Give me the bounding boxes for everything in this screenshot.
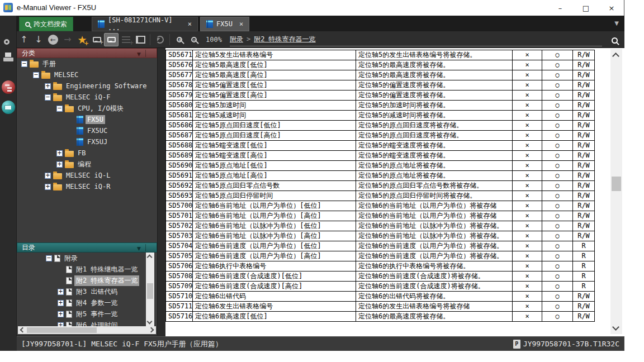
add-note-button[interactable] (89, 33, 104, 46)
category-tree-item[interactable]: + FB (17, 147, 157, 159)
breadcrumb-link-appendix[interactable]: 附录 (230, 35, 243, 44)
tree-view-button[interactable] (2, 80, 15, 94)
category-tree-item[interactable]: FX5UC (17, 125, 157, 136)
category-tree-item[interactable]: FX5UJ (17, 136, 157, 147)
tree-item-label[interactable]: MELSEC iQ-R (64, 182, 112, 191)
toc-horizontal-scrollbar[interactable] (18, 326, 156, 334)
scroll-down-arrow-icon[interactable] (147, 319, 153, 325)
category-tree-item[interactable]: FX5U (17, 114, 157, 125)
category-tree-item[interactable]: − MELSEC iQ-F (17, 92, 157, 103)
toc-tree-item[interactable]: − 附录 (29, 253, 157, 264)
tab-fx5u-active[interactable]: FX5U × (200, 17, 249, 31)
category-tree-item[interactable]: + Engineering Software (17, 80, 157, 92)
tree-expander-icon[interactable]: + (56, 161, 63, 168)
scroll-down-arrow-icon[interactable] (612, 323, 619, 331)
category-panel-header[interactable]: 分类 ▼ (17, 48, 157, 58)
tree-expander-icon[interactable]: − (45, 94, 51, 101)
toc-tree-item[interactable]: 附1 特殊继电器一览 (29, 264, 157, 275)
tree-expander-icon[interactable]: + (45, 184, 51, 190)
add-bookmark-button[interactable]: ★ (75, 33, 89, 46)
zoom-in-button[interactable]: + (172, 33, 187, 46)
refresh-button[interactable] (153, 33, 167, 46)
toc-tree-item[interactable]: + 附5 事件一览 (29, 308, 157, 320)
tree-item-label[interactable]: FX5UJ (86, 137, 109, 146)
scroll-up-arrow-icon[interactable] (147, 255, 153, 260)
tree-item-label[interactable]: 附6 处理时间 (74, 320, 119, 327)
category-tree-item[interactable]: − MELSEC (17, 69, 157, 80)
scrollbar-thumb[interactable] (147, 283, 153, 299)
tree-expander-icon[interactable]: + (58, 289, 64, 295)
tree-expander-icon[interactable]: + (58, 322, 64, 327)
category-tree-item[interactable]: + MELSEC iQ-R (17, 181, 157, 192)
tree-item-label[interactable]: MELSEC (53, 70, 80, 79)
tree-expander-icon[interactable]: − (46, 255, 52, 261)
print-button[interactable] (3, 53, 13, 61)
category-tree-item[interactable]: + 编程 (17, 159, 157, 170)
tree-item-label[interactable]: FX5U (86, 115, 105, 124)
tree-item-label[interactable]: 附4 参数一览 (74, 298, 119, 308)
chevron-down-icon[interactable]: ▼ (137, 51, 141, 57)
scrollbar-thumb[interactable] (612, 177, 621, 191)
tree-item-label[interactable]: 手册 (41, 59, 58, 69)
tab-document[interactable]: [SH-081271CHN-V] ... × (92, 17, 198, 31)
page-search-button[interactable] (608, 34, 621, 47)
tree-expander-icon[interactable]: + (58, 311, 64, 317)
scroll-down-button[interactable]: ↓ (31, 33, 46, 46)
breadcrumb-link-current[interactable]: 附2 特殊寄存器一览 (254, 35, 315, 44)
tree-item-label[interactable]: 附1 特殊继电器一览 (74, 264, 139, 275)
minimize-button[interactable]: – (556, 4, 565, 12)
add-list-button[interactable] (119, 33, 133, 46)
tree-expander-icon[interactable]: + (45, 173, 51, 179)
tree-item-label[interactable]: Engineering Software (64, 82, 149, 90)
tree-expander-icon[interactable]: + (56, 150, 63, 156)
show-notes-button[interactable] (104, 33, 119, 46)
tree-item-label[interactable]: 附5 事件一览 (74, 309, 119, 320)
tree-item-label[interactable]: 附3 出错代码 (74, 287, 119, 297)
tree-item-label[interactable]: 附录 (63, 253, 79, 264)
tree-expander-icon[interactable]: + (58, 300, 64, 306)
tree-item-label[interactable]: MELSEC iQ-L (64, 171, 112, 180)
tree-expander-icon[interactable]: − (56, 106, 63, 112)
settings-button[interactable] (0, 32, 17, 49)
scrollbar-thumb[interactable] (27, 327, 97, 333)
toc-tree-item[interactable]: + 附4 参数一览 (29, 297, 157, 308)
tree-expander-icon[interactable]: − (21, 61, 27, 67)
tree-item-label[interactable]: CPU, I/O模块 (76, 103, 125, 114)
tree-item-label[interactable]: 附2 特殊寄存器一览 (74, 275, 139, 286)
category-tree-item[interactable]: + MELSEC iQ-L (17, 170, 157, 181)
zoom-out-button[interactable]: − (187, 33, 201, 46)
scroll-left-arrow-icon[interactable] (20, 327, 26, 333)
chevron-down-icon[interactable]: ▼ (137, 246, 141, 251)
tab-close-icon[interactable]: × (188, 20, 192, 28)
layout-button[interactable] (133, 33, 148, 46)
toc-tree-item[interactable]: + 附3 出错代码 (29, 286, 157, 297)
category-tree-item[interactable]: − CPU, I/O模块 (17, 103, 157, 114)
forward-button[interactable]: → (60, 33, 75, 46)
tree-expander-icon[interactable]: − (33, 72, 39, 78)
register-id-cell: SD5716 (166, 312, 193, 322)
back-button[interactable]: ← (46, 33, 60, 46)
scroll-right-arrow-icon[interactable] (149, 327, 154, 333)
toc-tree-item[interactable]: + 附6 处理时间 (29, 320, 157, 326)
scroll-up-button[interactable]: ↑ (17, 33, 31, 46)
tab-cross-doc-search[interactable]: 跨文档搜索 (19, 17, 73, 31)
tab-close-icon[interactable]: × (239, 20, 243, 28)
toc-vertical-scrollbar[interactable] (146, 253, 154, 326)
rw-cell: R/W (573, 221, 595, 231)
tree-item-label[interactable]: FB (76, 149, 87, 158)
close-button[interactable]: × (607, 4, 616, 12)
maximize-button[interactable]: □ (581, 4, 590, 12)
category-tree-item[interactable]: − 手册 (17, 58, 157, 69)
tree-expander-icon[interactable]: + (45, 83, 51, 89)
circle-mark-cell: ○ (542, 261, 573, 272)
toc-tree-item[interactable]: 附2 特殊寄存器一览 (29, 275, 157, 286)
scroll-up-arrow-icon[interactable] (612, 53, 619, 60)
book-view-button[interactable] (2, 101, 15, 114)
tab-overflow-dropdown-icon[interactable]: ▼ (614, 20, 619, 26)
tree-item-label[interactable]: FX5UC (86, 126, 109, 135)
tree-item-label[interactable]: 编程 (76, 159, 93, 170)
toc-panel-header[interactable]: 目录 ▼ (17, 242, 157, 253)
content-vertical-scrollbar[interactable] (610, 49, 622, 334)
tree-item-label[interactable]: MELSEC iQ-F (64, 93, 112, 102)
tree-item-icon (77, 116, 83, 123)
